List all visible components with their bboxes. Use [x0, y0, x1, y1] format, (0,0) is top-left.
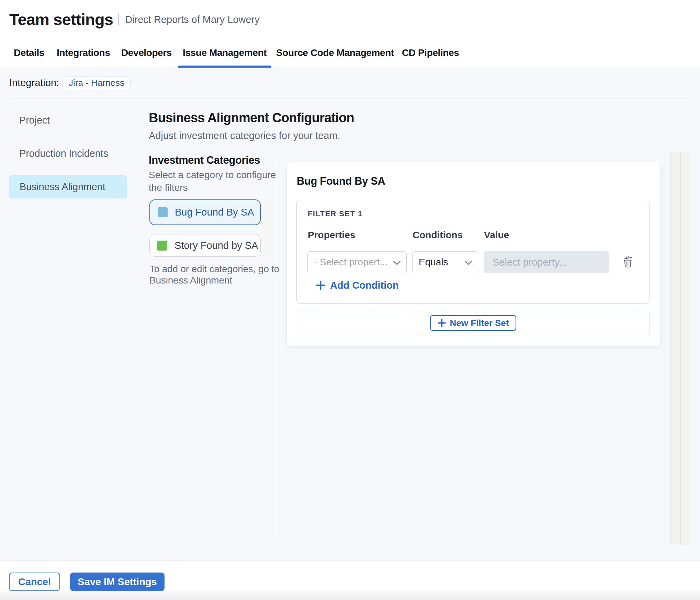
category-color-swatch: [158, 207, 168, 217]
category-bug-found-by-sa[interactable]: Bug Found By SA: [149, 199, 261, 225]
sidebar-item-business-alignment[interactable]: Business Alignment: [9, 175, 127, 198]
save-im-settings-button[interactable]: Save IM Settings: [70, 573, 165, 591]
sidebar-divider: [138, 99, 138, 539]
trash-icon: [623, 256, 633, 268]
section-subtitle: Adjust investment categories for your te…: [149, 130, 340, 141]
chevron-down-icon: [464, 261, 472, 265]
tab-issue-management[interactable]: Issue Management: [178, 39, 271, 67]
delete-condition-button[interactable]: [619, 252, 637, 273]
filter-card-title: Bug Found By SA: [297, 175, 385, 187]
tab-integrations[interactable]: Integrations: [52, 39, 114, 67]
tab-cd-pipelines[interactable]: CD Pipelines: [397, 39, 463, 67]
sidebar-item-production-incidents[interactable]: Production Incidents: [9, 142, 127, 165]
action-footer: Cancel Save IM Settings: [0, 560, 700, 600]
condition-select[interactable]: Equals: [412, 251, 478, 273]
tab-developers[interactable]: Developers: [117, 39, 176, 67]
plus-icon: [438, 319, 446, 327]
tab-details[interactable]: Details: [9, 39, 49, 67]
categories-divider: [276, 152, 276, 539]
integration-row: Integration: Jira - Harness: [9, 67, 131, 99]
category-label: Bug Found By SA: [175, 207, 254, 218]
conditions-header: Conditions: [413, 230, 463, 241]
vertical-scrollbar-outer[interactable]: [670, 152, 680, 545]
filter-set-title: FILTER SET 1: [308, 209, 362, 218]
categories-note: To add or edit categories, go to Busines…: [149, 263, 307, 286]
page-header: Team settings Direct Reports of Mary Low…: [0, 0, 700, 39]
new-filter-set-button[interactable]: New Filter Set: [430, 315, 517, 331]
property-select[interactable]: - Select propert...: [307, 251, 407, 273]
filter-config-card: Bug Found By SA FILTER SET 1 Properties …: [287, 162, 660, 346]
category-list: Bug Found By SA Story Found by SA: [149, 199, 261, 257]
condition-select-value: Equals: [419, 257, 448, 268]
property-select-value: - Select propert...: [314, 257, 388, 268]
tab-source-code-management[interactable]: Source Code Management: [272, 39, 398, 67]
investment-categories-description: Select a category to configure the filte…: [149, 169, 284, 194]
page-subtitle: Direct Reports of Mary Lowery: [125, 14, 260, 25]
page-title: Team settings: [9, 10, 113, 29]
settings-sidebar: Project Production Incidents Business Al…: [9, 99, 127, 198]
category-label: Story Found by SA: [174, 240, 258, 251]
properties-header: Properties: [308, 230, 355, 241]
filter-set-panel: FILTER SET 1 Properties Conditions Value…: [296, 200, 650, 304]
chevron-down-icon: [393, 261, 401, 265]
integration-chip[interactable]: Jira - Harness: [63, 77, 131, 89]
plus-icon: [316, 280, 326, 290]
new-filter-set-dropzone: New Filter Set: [297, 311, 650, 335]
category-story-found-by-sa[interactable]: Story Found by SA: [149, 234, 261, 257]
vertical-scrollbar-inner[interactable]: [680, 152, 690, 545]
title-separator: [118, 14, 119, 25]
integration-label: Integration:: [9, 77, 59, 89]
value-header: Value: [484, 230, 509, 241]
cancel-button[interactable]: Cancel: [9, 573, 60, 591]
category-list-scrollbar[interactable]: [261, 199, 271, 257]
value-input[interactable]: [484, 251, 609, 273]
investment-categories-title: Investment Categories: [149, 154, 260, 166]
category-color-swatch: [157, 241, 167, 251]
sidebar-item-project[interactable]: Project: [9, 108, 127, 132]
tab-bar: Details Integrations Developers Issue Ma…: [0, 39, 700, 67]
add-condition-button[interactable]: Add Condition: [316, 277, 399, 293]
section-title: Business Alignment Configuration: [149, 111, 354, 125]
